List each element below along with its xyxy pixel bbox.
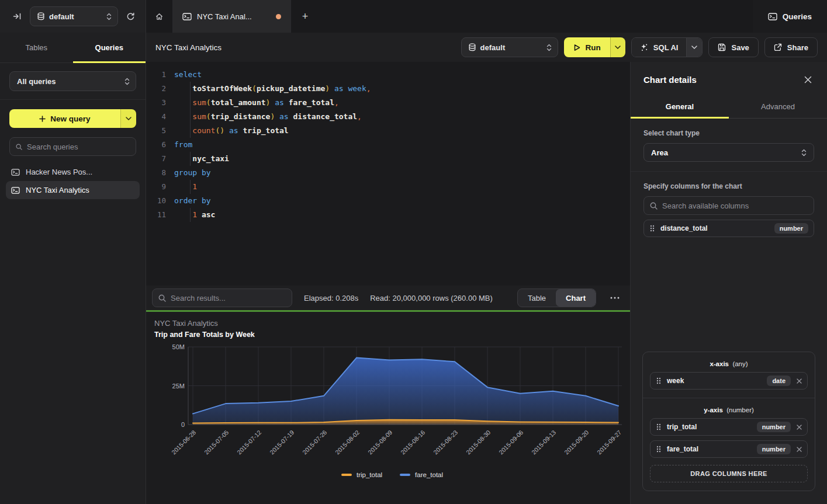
- run-database-selector[interactable]: default: [461, 37, 558, 57]
- results-more-button[interactable]: [608, 294, 622, 301]
- query-filter-value: All queries: [17, 77, 120, 86]
- drag-handle-icon[interactable]: [656, 446, 661, 453]
- new-query-button[interactable]: New query: [9, 109, 120, 128]
- legend-item[interactable]: trip_total: [341, 471, 382, 478]
- y-axis-heading: y-axis (number): [650, 406, 808, 413]
- column-type-badge: number: [757, 444, 791, 454]
- y-axis-chip-fare-total[interactable]: fare_total number: [650, 440, 808, 458]
- x-axis-heading: x-axis (any): [650, 360, 808, 367]
- tab-advanced[interactable]: Advanced: [729, 95, 827, 118]
- query-search-input[interactable]: [27, 142, 130, 151]
- chart-details-tabs: General Advanced: [631, 95, 827, 119]
- collapse-sidebar-button[interactable]: [11, 10, 24, 23]
- results-search-input[interactable]: [171, 294, 286, 303]
- tab-general[interactable]: General: [631, 95, 729, 118]
- sidebar-tab-queries[interactable]: Queries: [73, 33, 146, 62]
- code-line: 2 toStartOfWeek(pickup_datetime) as week…: [151, 82, 630, 96]
- query-header: NYC Taxi Analytics default Run: [146, 33, 827, 62]
- topbar-left: default: [0, 0, 146, 33]
- drag-handle-icon[interactable]: [656, 423, 661, 430]
- code-line: 4 sum(trip_distance) as distance_total,: [151, 110, 630, 124]
- terminal-icon: [768, 13, 777, 20]
- search-icon: [650, 202, 658, 210]
- run-button[interactable]: Run: [564, 37, 610, 57]
- svg-text:0: 0: [181, 421, 185, 428]
- search-icon: [16, 143, 22, 151]
- close-panel-button[interactable]: [802, 74, 814, 86]
- sql-ai-button[interactable]: SQL AI: [632, 38, 687, 57]
- remove-column-button[interactable]: [797, 447, 802, 452]
- results-search[interactable]: [152, 289, 292, 307]
- share-button[interactable]: Share: [764, 37, 818, 57]
- svg-text:2015-09-20: 2015-09-20: [563, 429, 590, 456]
- x-axis-chip-week[interactable]: week date: [650, 372, 808, 390]
- remove-column-button[interactable]: [797, 378, 802, 384]
- query-item-label: NYC Taxi Analytics: [26, 186, 89, 194]
- columns-label: Specify columns for the chart: [643, 182, 814, 190]
- columns-section: Specify columns for the chart distance_t…: [631, 172, 827, 246]
- remove-column-button[interactable]: [797, 425, 802, 430]
- sidebar-tab-tables[interactable]: Tables: [0, 33, 73, 62]
- chart-type-select[interactable]: Area: [643, 143, 814, 162]
- column-name: fare_total: [667, 445, 751, 453]
- share-label: Share: [787, 43, 808, 52]
- drag-handle-icon[interactable]: [656, 377, 661, 384]
- query-tab-nyc-taxi[interactable]: NYC Taxi Anal...: [173, 0, 291, 33]
- unsaved-dot: [276, 14, 281, 19]
- run-dropdown-button[interactable]: [610, 37, 625, 57]
- query-list-item-nyc-taxi[interactable]: NYC Taxi Analytics: [6, 181, 140, 199]
- database-icon: [37, 12, 44, 20]
- database-selector[interactable]: default: [30, 6, 118, 26]
- column-chip-distance-total[interactable]: distance_total number: [643, 220, 814, 237]
- new-query-split-button: New query: [9, 109, 136, 128]
- columns-search-input[interactable]: [662, 201, 808, 210]
- column-type-badge: date: [767, 376, 791, 386]
- query-list: Hacker News Pos... NYC Taxi Analytics: [0, 163, 146, 199]
- new-tab-button[interactable]: +: [291, 0, 319, 33]
- query-filter-select[interactable]: All queries: [9, 71, 136, 91]
- queries-menu-button[interactable]: Queries: [753, 0, 827, 33]
- refresh-button[interactable]: [124, 10, 137, 23]
- svg-text:2015-09-13: 2015-09-13: [530, 429, 558, 456]
- column-name: distance_total: [660, 224, 769, 232]
- drag-handle-icon[interactable]: [650, 225, 655, 232]
- close-icon: [797, 425, 802, 430]
- columns-search[interactable]: [643, 196, 814, 215]
- chart-type-value: Area: [651, 148, 801, 157]
- query-search[interactable]: [9, 137, 136, 156]
- y-axis-chip-trip-total[interactable]: trip_total number: [650, 418, 808, 436]
- svg-text:2015-08-02: 2015-08-02: [334, 429, 361, 456]
- view-toggle-chart[interactable]: Chart: [556, 289, 596, 307]
- save-label: Save: [731, 43, 749, 52]
- sql-editor[interactable]: 1select2 toStartOfWeek(pickup_datetime) …: [146, 62, 630, 286]
- query-list-item-hacker-news[interactable]: Hacker News Pos...: [6, 163, 140, 181]
- x-axis-section: x-axis (any) week date: [643, 352, 815, 398]
- chart-details-panel: Chart details General Advanced Select ch…: [630, 62, 827, 504]
- home-tab[interactable]: [146, 0, 173, 33]
- sparkles-icon: [640, 43, 648, 51]
- svg-text:2015-08-30: 2015-08-30: [465, 429, 492, 456]
- new-query-dropdown-button[interactable]: [120, 109, 136, 128]
- terminal-icon: [11, 187, 20, 194]
- chart-panel: NYC Taxi Analytics Trip and Fare Totals …: [146, 312, 630, 504]
- chart-subtitle: Trip and Fare Totals by Week: [154, 331, 630, 339]
- legend-label: fare_total: [415, 471, 443, 478]
- updown-chevron-icon: [124, 78, 130, 85]
- sql-ai-dropdown-button[interactable]: [686, 38, 702, 57]
- drag-columns-dropzone[interactable]: DRAG COLUMNS HERE: [650, 465, 808, 482]
- svg-text:2015-08-16: 2015-08-16: [399, 429, 427, 456]
- view-toggle-table[interactable]: Table: [518, 289, 556, 307]
- play-icon: [573, 44, 580, 51]
- more-dots-icon: [610, 297, 620, 299]
- home-icon: [155, 12, 163, 21]
- code-line: 9 1: [151, 180, 630, 194]
- code-line: 11 1 asc: [151, 208, 630, 222]
- svg-text:2015-08-23: 2015-08-23: [432, 429, 459, 456]
- legend-item[interactable]: fare_total: [400, 471, 443, 478]
- chevron-down-icon: [615, 46, 621, 49]
- chart-svg: 025M50M2015-06-282015-07-052015-07-12201…: [154, 341, 630, 470]
- chart-details-title: Chart details: [643, 75, 697, 85]
- save-button[interactable]: Save: [708, 37, 758, 57]
- code-line: 7 nyc_taxi: [151, 152, 630, 166]
- queries-menu-label: Queries: [783, 12, 812, 21]
